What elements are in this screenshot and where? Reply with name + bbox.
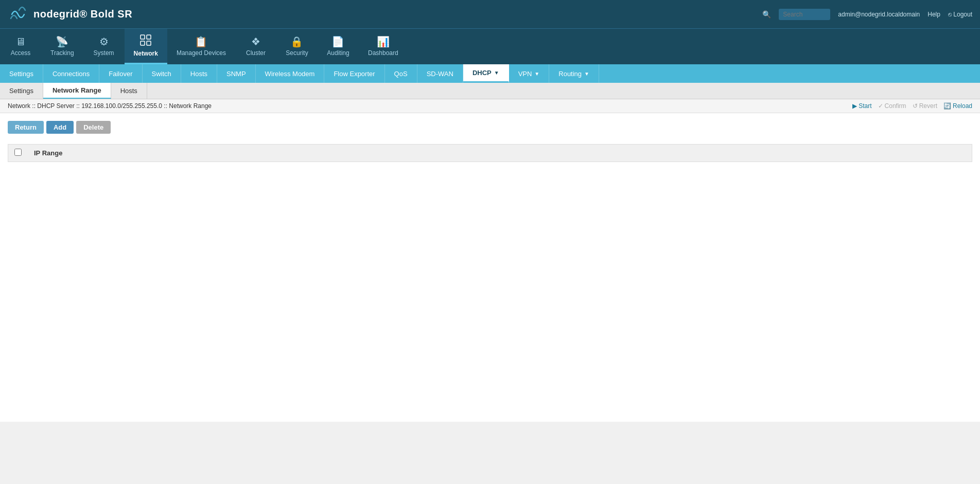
logo-icon — [8, 4, 28, 25]
nav-label-access: Access — [11, 49, 31, 57]
routing-dropdown-arrow[interactable]: ▼ — [584, 71, 589, 77]
system-icon: ⚙ — [99, 37, 109, 47]
main-content: Return Add Delete IP Range — [0, 113, 980, 422]
reload-icon: 🔄 — [943, 102, 951, 110]
svg-rect-2 — [141, 41, 145, 45]
dashboard-icon: 📊 — [377, 37, 390, 47]
nav-label-managed-devices: Managed Devices — [177, 49, 226, 57]
table-header-row: IP Range — [8, 145, 972, 162]
tab-qos[interactable]: QoS — [385, 64, 417, 83]
nav-label-security: Security — [286, 49, 308, 57]
vpn-dropdown-arrow[interactable]: ▼ — [534, 71, 539, 77]
tab-connections[interactable]: Connections — [43, 64, 99, 83]
confirm-icon: ✓ — [878, 102, 883, 110]
second-nav: Settings Connections Failover Switch Hos… — [0, 64, 980, 83]
content-actions: ▶ Start ✓ Confirm ↺ Revert 🔄 Reload — [852, 102, 972, 110]
table-header-checkbox — [8, 145, 28, 162]
content-header: Network :: DHCP Server :: 192.168.100.0/… — [0, 99, 980, 113]
cluster-icon: ❖ — [251, 37, 260, 47]
tab-hosts[interactable]: Hosts — [181, 64, 217, 83]
nav-item-system[interactable]: ⚙ System — [83, 29, 125, 64]
security-icon: 🔒 — [290, 37, 303, 47]
tab-sd-wan[interactable]: SD-WAN — [417, 64, 463, 83]
svg-rect-1 — [147, 35, 151, 39]
nav-label-system: System — [94, 49, 114, 57]
tab-snmp[interactable]: SNMP — [217, 64, 256, 83]
user-link[interactable]: admin@nodegrid.localdomain — [838, 11, 920, 18]
auditing-icon: 📄 — [331, 37, 344, 47]
start-action[interactable]: ▶ Start — [852, 102, 871, 110]
nav-item-security[interactable]: 🔒 Security — [276, 29, 318, 64]
tracking-icon: 📡 — [56, 37, 68, 47]
logout-icon: ⎋ — [948, 11, 952, 18]
add-button[interactable]: Add — [46, 121, 74, 134]
help-link[interactable]: Help — [927, 11, 940, 18]
select-all-checkbox[interactable] — [14, 149, 22, 156]
tab-routing[interactable]: Routing ▼ — [549, 64, 599, 83]
logout-link[interactable]: ⎋ Logout — [948, 11, 972, 18]
nav-item-access[interactable]: 🖥 Access — [0, 29, 41, 64]
ip-range-table: IP Range — [8, 144, 972, 162]
nav-item-cluster[interactable]: ❖ Cluster — [235, 29, 276, 64]
logo-text: nodegrid® Bold SR — [33, 8, 132, 20]
breadcrumb-path: Network :: DHCP Server :: 192.168.100.0/… — [8, 102, 212, 110]
revert-icon: ↺ — [913, 102, 918, 110]
header-right: 🔍 admin@nodegrid.localdomain Help ⎋ Logo… — [762, 9, 972, 20]
breadcrumb-tab-settings[interactable]: Settings — [0, 83, 43, 99]
nav-label-auditing: Auditing — [327, 49, 349, 57]
search-input[interactable] — [779, 9, 830, 20]
nav-item-tracking[interactable]: 📡 Tracking — [41, 29, 83, 64]
nav-label-network: Network — [134, 50, 158, 57]
network-icon — [140, 34, 151, 47]
breadcrumb-tab-network-range[interactable]: Network Range — [43, 83, 111, 99]
revert-action: ↺ Revert — [913, 102, 937, 110]
logo-area: nodegrid® Bold SR — [8, 4, 132, 25]
reload-action[interactable]: 🔄 Reload — [943, 102, 972, 110]
svg-rect-3 — [147, 41, 151, 45]
main-nav: 🖥 Access 📡 Tracking ⚙ System Network 📋 M… — [0, 28, 980, 64]
search-icon[interactable]: 🔍 — [762, 10, 771, 19]
breadcrumb-tabs: Settings Network Range Hosts — [0, 83, 980, 99]
svg-rect-0 — [141, 35, 145, 39]
confirm-action: ✓ Confirm — [878, 102, 906, 110]
access-icon: 🖥 — [15, 37, 26, 47]
managed-devices-icon: 📋 — [195, 37, 207, 47]
start-icon: ▶ — [852, 102, 857, 110]
tab-switch[interactable]: Switch — [143, 64, 181, 83]
tab-failover[interactable]: Failover — [99, 64, 142, 83]
dhcp-dropdown-arrow[interactable]: ▼ — [494, 70, 499, 76]
top-header: nodegrid® Bold SR 🔍 admin@nodegrid.local… — [0, 0, 980, 28]
delete-button[interactable]: Delete — [76, 121, 111, 134]
tab-dhcp[interactable]: DHCP ▼ — [463, 64, 509, 83]
return-button[interactable]: Return — [8, 121, 44, 134]
nav-item-dashboard[interactable]: 📊 Dashboard — [359, 29, 408, 64]
table-header-ip-range: IP Range — [28, 145, 972, 162]
nav-item-network[interactable]: Network — [125, 29, 167, 64]
action-buttons: Return Add Delete — [8, 121, 972, 134]
tab-flow-exporter[interactable]: Flow Exporter — [324, 64, 384, 83]
nav-label-cluster: Cluster — [246, 49, 266, 57]
tab-settings[interactable]: Settings — [0, 64, 43, 83]
nav-item-auditing[interactable]: 📄 Auditing — [318, 29, 359, 64]
nav-label-dashboard: Dashboard — [368, 49, 398, 57]
nav-item-managed-devices[interactable]: 📋 Managed Devices — [167, 29, 235, 64]
breadcrumb-tab-hosts[interactable]: Hosts — [111, 83, 147, 99]
nav-label-tracking: Tracking — [50, 49, 74, 57]
tab-wireless-modem[interactable]: Wireless Modem — [256, 64, 325, 83]
tab-vpn[interactable]: VPN ▼ — [509, 64, 550, 83]
